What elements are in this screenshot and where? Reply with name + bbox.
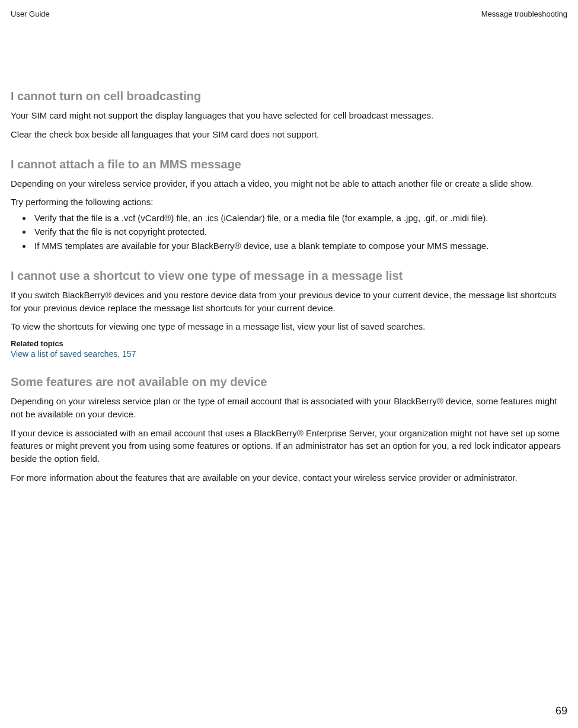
header-left: User Guide <box>11 9 50 18</box>
related-topics-label: Related topics <box>11 339 567 348</box>
section-heading-shortcut-message-list: I cannot use a shortcut to view one type… <box>11 269 567 283</box>
page-number: 69 <box>555 705 567 717</box>
bullet-list: Verify that the file is a .vcf (vCard®) … <box>32 211 567 253</box>
body-paragraph: Depending on your wireless service plan … <box>11 395 567 421</box>
body-paragraph: If you switch BlackBerry® devices and yo… <box>11 289 567 315</box>
page-header: User Guide Message troubleshooting <box>11 9 567 18</box>
body-paragraph: Depending on your wireless service provi… <box>11 177 567 190</box>
body-paragraph: Try performing the following actions: <box>11 196 567 209</box>
section-heading-features-unavailable: Some features are not available on my de… <box>11 375 567 389</box>
list-item: Verify that the file is a .vcf (vCard®) … <box>32 211 567 225</box>
list-item: Verify that the file is not copyright pr… <box>32 225 567 238</box>
body-paragraph: To view the shortcuts for viewing one ty… <box>11 320 567 333</box>
body-paragraph: If your device is associated with an ema… <box>11 427 567 465</box>
section-heading-mms-attach: I cannot attach a file to an MMS message <box>11 158 567 171</box>
section-heading-cell-broadcasting: I cannot turn on cell broadcasting <box>11 90 567 103</box>
body-paragraph: For more information about the features … <box>11 471 567 484</box>
body-paragraph: Clear the check box beside all languages… <box>11 128 567 141</box>
list-item: If MMS templates are available for your … <box>32 239 567 253</box>
header-right: Message troubleshooting <box>481 9 567 18</box>
body-paragraph: Your SIM card might not support the disp… <box>11 109 567 122</box>
related-topics-link[interactable]: View a list of saved searches, 157 <box>11 349 567 359</box>
